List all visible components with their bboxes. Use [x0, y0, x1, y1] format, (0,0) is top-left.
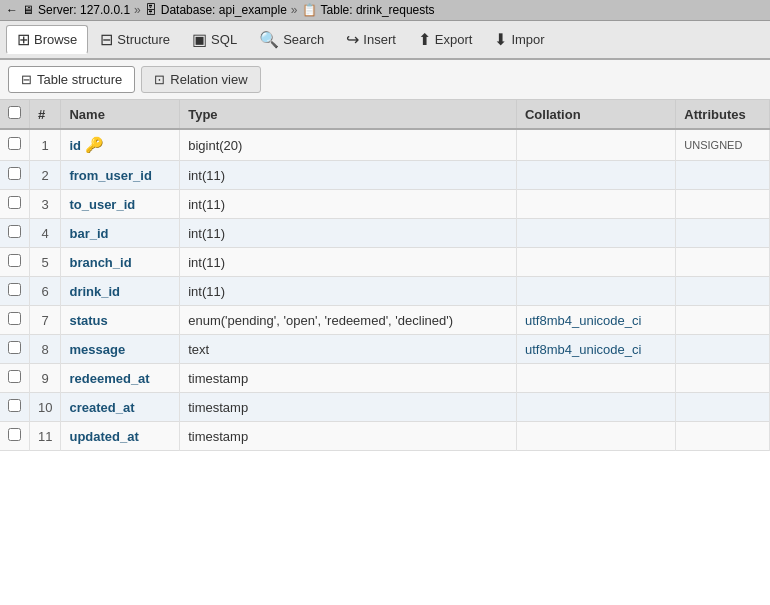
db-icon: 🗄	[145, 3, 157, 17]
col-name: redeemed_at	[61, 364, 180, 393]
relation-view-icon: ⊡	[154, 72, 165, 87]
col-type: int(11)	[180, 161, 517, 190]
table-row: 3to_user_idint(11)	[0, 190, 770, 219]
export-icon: ⬆	[418, 30, 431, 49]
header-num: #	[30, 100, 61, 129]
search-label: Search	[283, 32, 324, 47]
row-checkbox[interactable]	[8, 283, 21, 296]
col-name: bar_id	[61, 219, 180, 248]
structure-icon: ⊟	[100, 30, 113, 49]
server-label: Server: 127.0.0.1	[38, 3, 130, 17]
col-num: 9	[30, 364, 61, 393]
table-row: 5branch_idint(11)	[0, 248, 770, 277]
col-num: 2	[30, 161, 61, 190]
col-num: 4	[30, 219, 61, 248]
col-type: enum('pending', 'open', 'redeemed', 'dec…	[180, 306, 517, 335]
key-icon: 🔑	[85, 136, 104, 153]
table-structure-icon: ⊟	[21, 72, 32, 87]
col-attributes	[676, 335, 770, 364]
relation-view-button[interactable]: ⊡ Relation view	[141, 66, 260, 93]
col-name: status	[61, 306, 180, 335]
table-row: 11updated_attimestamp	[0, 422, 770, 451]
header-name: Name	[61, 100, 180, 129]
col-type: text	[180, 335, 517, 364]
browse-label: Browse	[34, 32, 77, 47]
col-name: drink_id	[61, 277, 180, 306]
import-icon: ⬇	[494, 30, 507, 49]
col-collation	[516, 248, 675, 277]
row-checkbox[interactable]	[8, 428, 21, 441]
col-attributes	[676, 219, 770, 248]
table-container: # Name Type Collation Attributes 1id 🔑bi…	[0, 100, 770, 451]
search-button[interactable]: 🔍 Search	[249, 26, 334, 53]
main-toolbar: ⊞ Browse ⊟ Structure ▣ SQL 🔍 Search ↪ In…	[0, 21, 770, 60]
insert-button[interactable]: ↪ Insert	[336, 26, 406, 53]
col-type: timestamp	[180, 422, 517, 451]
row-checkbox[interactable]	[8, 167, 21, 180]
col-attributes	[676, 306, 770, 335]
header-type: Type	[180, 100, 517, 129]
row-checkbox[interactable]	[8, 196, 21, 209]
title-bar: ← 🖥 Server: 127.0.0.1 » 🗄 Database: api_…	[0, 0, 770, 21]
col-attributes	[676, 190, 770, 219]
database-label: Database: api_example	[161, 3, 287, 17]
server-icon: 🖥	[22, 3, 34, 17]
col-collation	[516, 190, 675, 219]
col-num: 10	[30, 393, 61, 422]
select-all-checkbox[interactable]	[8, 106, 21, 119]
import-label: Impor	[511, 32, 544, 47]
col-attributes	[676, 248, 770, 277]
col-num: 5	[30, 248, 61, 277]
sql-icon: ▣	[192, 30, 207, 49]
col-name: from_user_id	[61, 161, 180, 190]
table-icon: 📋	[302, 3, 317, 17]
sep1: »	[134, 3, 141, 17]
browse-button[interactable]: ⊞ Browse	[6, 25, 88, 54]
col-num: 11	[30, 422, 61, 451]
table-row: 9redeemed_attimestamp	[0, 364, 770, 393]
sep2: »	[291, 3, 298, 17]
row-checkbox[interactable]	[8, 225, 21, 238]
structure-table: # Name Type Collation Attributes 1id 🔑bi…	[0, 100, 770, 451]
row-checkbox[interactable]	[8, 137, 21, 150]
table-row: 10created_attimestamp	[0, 393, 770, 422]
export-button[interactable]: ⬆ Export	[408, 26, 483, 53]
table-row: 8messagetextutf8mb4_unicode_ci	[0, 335, 770, 364]
col-num: 1	[30, 129, 61, 161]
table-header-row: # Name Type Collation Attributes	[0, 100, 770, 129]
sql-button[interactable]: ▣ SQL	[182, 26, 247, 53]
table-row: 1id 🔑bigint(20)UNSIGNED	[0, 129, 770, 161]
export-label: Export	[435, 32, 473, 47]
row-checkbox[interactable]	[8, 254, 21, 267]
col-attributes	[676, 422, 770, 451]
col-collation	[516, 219, 675, 248]
table-row: 2from_user_idint(11)	[0, 161, 770, 190]
col-attributes	[676, 277, 770, 306]
row-checkbox[interactable]	[8, 399, 21, 412]
col-collation	[516, 161, 675, 190]
col-num: 3	[30, 190, 61, 219]
sql-label: SQL	[211, 32, 237, 47]
row-checkbox[interactable]	[8, 341, 21, 354]
col-collation	[516, 393, 675, 422]
col-type: bigint(20)	[180, 129, 517, 161]
row-checkbox[interactable]	[8, 370, 21, 383]
col-collation: utf8mb4_unicode_ci	[516, 335, 675, 364]
col-name: message	[61, 335, 180, 364]
col-type: int(11)	[180, 248, 517, 277]
browse-icon: ⊞	[17, 30, 30, 49]
col-attributes	[676, 161, 770, 190]
sub-toolbar: ⊟ Table structure ⊡ Relation view	[0, 60, 770, 100]
row-checkbox[interactable]	[8, 312, 21, 325]
col-type: int(11)	[180, 277, 517, 306]
col-name: id 🔑	[61, 129, 180, 161]
table-structure-label: Table structure	[37, 72, 122, 87]
insert-icon: ↪	[346, 30, 359, 49]
structure-button[interactable]: ⊟ Structure	[90, 26, 180, 53]
col-type: timestamp	[180, 364, 517, 393]
col-attributes	[676, 393, 770, 422]
table-structure-button[interactable]: ⊟ Table structure	[8, 66, 135, 93]
back-arrow: ←	[6, 3, 18, 17]
col-type: int(11)	[180, 219, 517, 248]
import-button[interactable]: ⬇ Impor	[484, 26, 554, 53]
